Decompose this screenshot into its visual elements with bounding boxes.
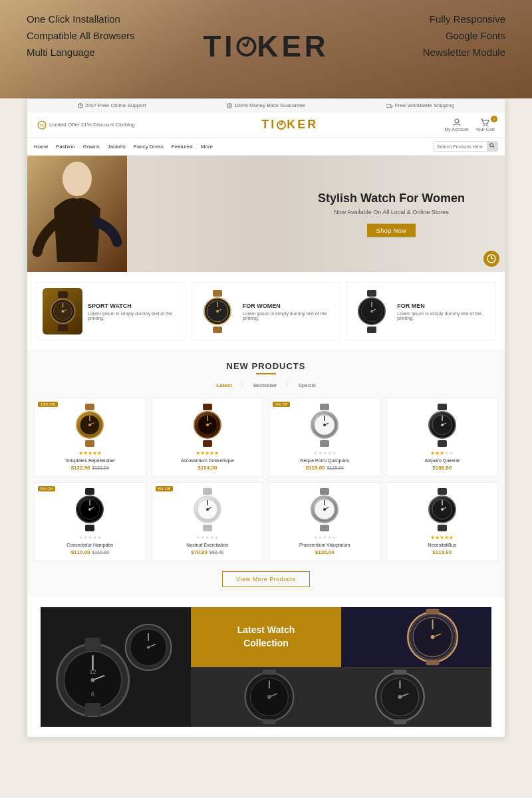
svg-rect-76 xyxy=(203,488,212,495)
svg-rect-56 xyxy=(320,440,329,447)
feature-newsletter: Newsletter Module xyxy=(423,47,505,58)
category-men[interactable]: FOR MEN Lorem ipsum is simply dummy text… xyxy=(346,282,495,340)
product-stars: ★★★★★ xyxy=(158,450,258,456)
store-offer-text: % Limited Offer 21% Discount Clothing xyxy=(37,120,135,130)
svg-rect-69 xyxy=(85,488,94,495)
svg-marker-5 xyxy=(390,104,392,106)
old-price: $119.00 xyxy=(92,550,109,555)
product-stars: ★★★★★ xyxy=(275,535,375,541)
hero-title: Stylish Watch For Women xyxy=(318,191,465,205)
svg-point-16 xyxy=(63,162,92,196)
products-section: NEW PRODUCTS Latest / Bestseller / Speci… xyxy=(27,351,505,597)
store-hero: Stylish Watch For Women Now Available On… xyxy=(27,156,505,272)
product-card[interactable]: 13% Off xyxy=(34,398,146,477)
svg-point-12 xyxy=(486,124,487,126)
product-badge: 8% Off xyxy=(38,486,55,491)
svg-point-11 xyxy=(483,124,485,126)
cat-sport-info: SPORT WATCH Lorem ipsum is simply dummy … xyxy=(88,303,180,321)
svg-text:%: % xyxy=(39,122,44,128)
product-image xyxy=(392,404,493,447)
product-card[interactable]: 3% Off xyxy=(269,398,381,477)
nav-home[interactable]: Home xyxy=(34,144,48,150)
tab-special[interactable]: Special xyxy=(295,381,319,390)
store-header: % Limited Offer 21% Discount Clothing TI… xyxy=(27,112,505,138)
coll-right-bottom xyxy=(191,667,491,727)
nav-more[interactable]: More xyxy=(201,144,213,150)
svg-rect-48 xyxy=(203,404,212,410)
svg-point-111 xyxy=(147,646,150,649)
product-price: $115.00$119.00 xyxy=(275,465,375,471)
svg-rect-84 xyxy=(320,525,329,531)
svg-rect-90 xyxy=(438,488,447,495)
nav-gowns[interactable]: Gowns xyxy=(83,144,100,150)
shop-now-button[interactable]: Shop Now xyxy=(367,223,416,237)
store-preview: 24x7 Free Online Support 100% Money Back… xyxy=(27,98,505,737)
store-search[interactable] xyxy=(433,141,498,152)
svg-text:6: 6 xyxy=(91,690,95,698)
nav-jackets[interactable]: Jackets xyxy=(108,144,126,150)
product-badge: 6% Off xyxy=(156,486,173,491)
svg-rect-49 xyxy=(203,440,212,447)
feature-one-click: One Click Installation xyxy=(27,13,135,25)
view-more-button[interactable]: View More Products xyxy=(222,571,309,587)
svg-point-126 xyxy=(267,695,271,699)
svg-rect-21 xyxy=(58,325,68,331)
product-price: $122.90$132.00 xyxy=(40,465,140,471)
my-account-btn[interactable]: My Account xyxy=(444,118,468,132)
product-card[interactable]: ★★★★★ Aliquam Queerat $108.80 xyxy=(386,398,499,477)
product-card[interactable]: ★★★★★ Praesentium Voluptatum $128.00 xyxy=(269,482,381,561)
product-stars: ★★★★★ xyxy=(392,535,493,541)
product-name: Voluptates Repellendae xyxy=(40,458,140,463)
product-name: Aliquam Queerat xyxy=(392,458,493,463)
product-name: Accusantium Doloremque xyxy=(158,458,258,463)
svg-rect-91 xyxy=(438,525,447,531)
hero-text-area: Stylish Watch For Women Now Available On… xyxy=(318,191,465,237)
hero-subtitle: Now Available On All Local & Online Stor… xyxy=(318,208,465,215)
nav-featured[interactable]: Featured xyxy=(172,144,193,150)
product-image xyxy=(392,488,493,531)
svg-point-115 xyxy=(431,635,435,639)
search-input[interactable] xyxy=(434,143,487,150)
tab-latest[interactable]: Latest xyxy=(213,381,235,390)
svg-point-6 xyxy=(387,107,388,108)
svg-rect-77 xyxy=(203,525,212,531)
svg-rect-127 xyxy=(263,670,276,675)
product-price: $104.00 xyxy=(158,465,258,471)
svg-rect-42 xyxy=(85,440,94,447)
category-sport[interactable]: SPORT WATCH Lorem ipsum is simply dummy … xyxy=(37,282,186,340)
product-badge: 3% Off xyxy=(273,402,290,407)
svg-rect-62 xyxy=(438,404,447,410)
hero-model-image xyxy=(27,156,127,272)
cart-btn[interactable]: 0 Your Cart xyxy=(475,118,495,132)
product-price: $108.80 xyxy=(392,465,493,471)
svg-point-10 xyxy=(455,119,459,123)
topbar-guarantee: 100% Money Back Guarantee xyxy=(227,102,305,108)
svg-rect-83 xyxy=(320,488,329,495)
brand-logo: TI KER xyxy=(203,30,329,63)
product-name: Consectetur Hampden xyxy=(40,543,140,547)
tab-sep-1: / xyxy=(242,381,243,390)
svg-point-133 xyxy=(398,695,402,699)
clock-badge xyxy=(483,251,499,267)
svg-rect-121 xyxy=(191,668,491,726)
product-card[interactable]: ★★★★★ NecesitatiBus $119.60 xyxy=(386,482,499,561)
svg-rect-70 xyxy=(85,525,94,531)
product-card[interactable]: 6% Off xyxy=(152,482,264,561)
category-women[interactable]: FOR WOMEN Lorem ipsum is simply dummy te… xyxy=(192,282,341,340)
svg-rect-27 xyxy=(213,290,222,297)
svg-rect-120 xyxy=(426,660,440,665)
collection-title: Latest WatchCollection xyxy=(231,617,302,656)
search-button[interactable] xyxy=(487,142,497,151)
feature-compatible: Compatible All Browsers xyxy=(27,30,135,41)
product-card[interactable]: ★★★★★ Accusantium Doloremque $104.00 xyxy=(152,398,264,477)
svg-point-13 xyxy=(490,144,493,147)
nav-fancy-dress[interactable]: Fancy Dress xyxy=(134,144,164,150)
product-card[interactable]: 8% Off xyxy=(34,482,146,561)
tab-bestseller[interactable]: Bestseller xyxy=(250,381,280,390)
product-price: $78.80$83.40 xyxy=(158,549,258,555)
svg-rect-35 xyxy=(367,327,376,333)
collection-section-wrapper: 12 6 Latest WatchCo xyxy=(27,607,505,737)
svg-rect-41 xyxy=(85,404,94,410)
svg-point-7 xyxy=(391,107,392,108)
nav-fashion[interactable]: Fashion xyxy=(56,144,74,150)
